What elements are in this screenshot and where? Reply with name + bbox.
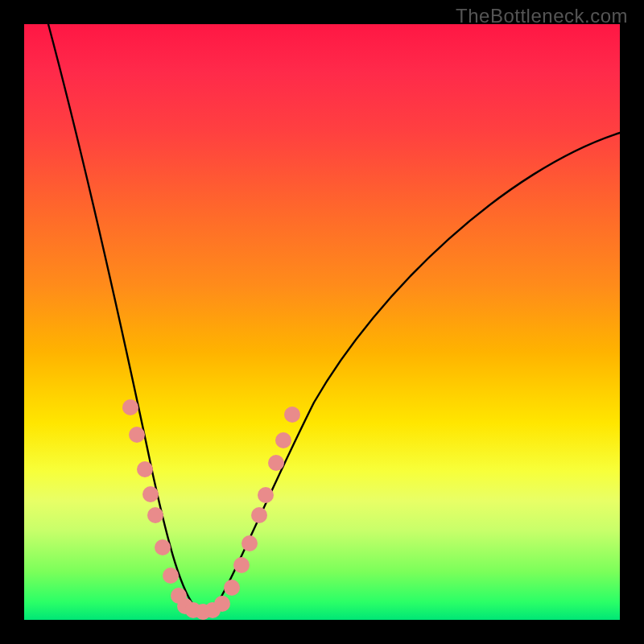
data-dot — [147, 507, 163, 523]
data-dot — [224, 580, 240, 596]
curve-left-branch — [48, 24, 197, 610]
curve-right-branch — [213, 133, 620, 610]
data-dot — [275, 432, 291, 448]
data-dot — [155, 539, 171, 555]
data-dot — [242, 535, 258, 551]
data-dot — [122, 399, 138, 415]
chart-frame: TheBottleneck.com — [0, 0, 644, 644]
data-dot — [214, 596, 230, 612]
plot-area — [24, 24, 620, 620]
data-dot — [258, 487, 274, 503]
data-dot — [137, 461, 153, 477]
data-dot — [163, 568, 179, 584]
data-dot — [233, 557, 250, 573]
data-dot — [284, 407, 300, 423]
data-dot — [268, 455, 284, 471]
curve-layer — [24, 24, 620, 620]
data-dot — [251, 507, 267, 523]
data-dot — [142, 486, 159, 502]
data-dot — [129, 427, 145, 443]
